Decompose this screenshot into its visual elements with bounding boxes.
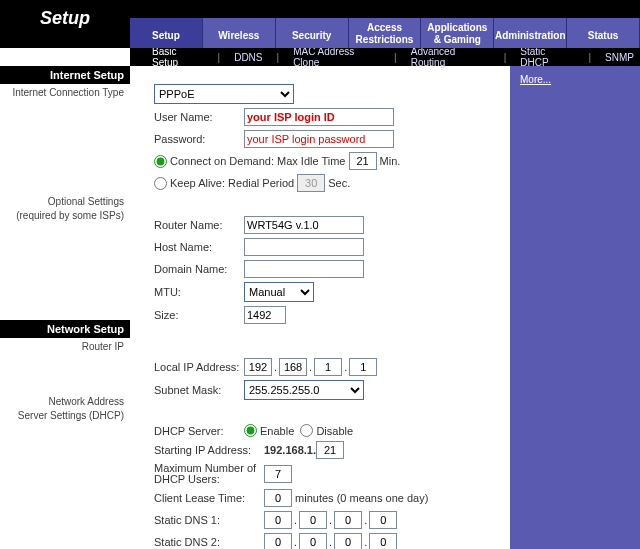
section-network-setup: Network Setup bbox=[0, 320, 130, 338]
cod-label: Connect on Demand: Max Idle Time bbox=[170, 155, 345, 167]
connection-type-select[interactable]: PPPoE bbox=[154, 84, 294, 104]
dns1-d[interactable] bbox=[369, 511, 397, 529]
more-link[interactable]: More... bbox=[520, 74, 551, 85]
page-title-logo: Setup bbox=[40, 8, 90, 29]
ka-value-input bbox=[297, 174, 325, 192]
ip2-input[interactable] bbox=[279, 358, 307, 376]
router-name-input[interactable] bbox=[244, 216, 364, 234]
dns1-label: Static DNS 1: bbox=[154, 514, 264, 526]
dns2-a[interactable] bbox=[264, 533, 292, 549]
username-input[interactable] bbox=[244, 108, 394, 126]
local-ip-label: Local IP Address: bbox=[154, 361, 244, 373]
tab-wireless[interactable]: Wireless bbox=[203, 18, 276, 48]
tab-setup[interactable]: Setup bbox=[130, 18, 203, 48]
mtu-label: MTU: bbox=[154, 286, 244, 298]
dhcp-server-label: DHCP Server: bbox=[154, 425, 244, 437]
start-ip-prefix: 192.168.1. bbox=[264, 444, 316, 456]
password-input[interactable] bbox=[244, 130, 394, 148]
domain-name-label: Domain Name: bbox=[154, 263, 244, 275]
lease-input[interactable] bbox=[264, 489, 292, 507]
dns1-c[interactable] bbox=[334, 511, 362, 529]
dns2-label: Static DNS 2: bbox=[154, 536, 264, 548]
tab-access[interactable]: AccessRestrictions bbox=[349, 18, 422, 48]
dhcp-enable-radio[interactable] bbox=[244, 424, 257, 437]
tab-security[interactable]: Security bbox=[276, 18, 349, 48]
mtu-select[interactable]: Manual bbox=[244, 282, 314, 302]
tab-status[interactable]: Status bbox=[567, 18, 640, 48]
label-optional: Optional Settings bbox=[0, 193, 130, 210]
sub-nav: Basic Setup| DDNS| MAC Address Clone| Ad… bbox=[130, 48, 640, 66]
ip4-input[interactable] bbox=[349, 358, 377, 376]
subnav-ddns[interactable]: DDNS bbox=[228, 52, 268, 63]
ka-unit: Sec. bbox=[328, 177, 350, 189]
ip3-input[interactable] bbox=[314, 358, 342, 376]
tab-apps[interactable]: Applications& Gaming bbox=[421, 18, 494, 48]
ip1-input[interactable] bbox=[244, 358, 272, 376]
dhcp-disable-radio[interactable] bbox=[300, 424, 313, 437]
router-name-label: Router Name: bbox=[154, 219, 244, 231]
cod-value-input[interactable] bbox=[349, 152, 377, 170]
start-ip-label: Starting IP Address: bbox=[154, 444, 264, 456]
ka-label: Keep Alive: Redial Period bbox=[170, 177, 294, 189]
connect-on-demand-radio[interactable] bbox=[154, 155, 167, 168]
dns2-c[interactable] bbox=[334, 533, 362, 549]
subnet-label: Subnet Mask: bbox=[154, 384, 244, 396]
tab-admin[interactable]: Administration bbox=[494, 18, 567, 48]
start-ip-input[interactable] bbox=[316, 441, 344, 459]
dns1-b[interactable] bbox=[299, 511, 327, 529]
size-input[interactable] bbox=[244, 306, 286, 324]
subnav-snmp[interactable]: SNMP bbox=[599, 52, 640, 63]
lease-label: Client Lease Time: bbox=[154, 492, 264, 504]
dhcp-enable-label: Enable bbox=[260, 425, 294, 437]
label-optional2: (required by some ISPs) bbox=[0, 210, 130, 224]
section-internet-setup: Internet Setup bbox=[0, 66, 130, 84]
dns2-d[interactable] bbox=[369, 533, 397, 549]
size-label: Size: bbox=[154, 309, 244, 321]
dns2-b[interactable] bbox=[299, 533, 327, 549]
label-nas2: Server Settings (DHCP) bbox=[0, 410, 130, 424]
subnet-select[interactable]: 255.255.255.0 bbox=[244, 380, 364, 400]
host-name-input[interactable] bbox=[244, 238, 364, 256]
host-name-label: Host Name: bbox=[154, 241, 244, 253]
max-users-input[interactable] bbox=[264, 465, 292, 483]
lease-note: minutes (0 means one day) bbox=[295, 492, 428, 504]
dns1-a[interactable] bbox=[264, 511, 292, 529]
password-label: Password: bbox=[154, 133, 244, 145]
label-conn-type: Internet Connection Type bbox=[0, 84, 130, 101]
cod-unit: Min. bbox=[380, 155, 401, 167]
label-router-ip: Router IP bbox=[0, 338, 130, 355]
dhcp-disable-label: Disable bbox=[316, 425, 353, 437]
max-users-label: Maximum Number of DHCP Users: bbox=[154, 463, 264, 485]
subnav-advrouting[interactable]: Advanced Routing bbox=[405, 46, 496, 68]
username-label: User Name: bbox=[154, 111, 244, 123]
label-nas1: Network Address bbox=[0, 393, 130, 410]
keep-alive-radio[interactable] bbox=[154, 177, 167, 190]
domain-name-input[interactable] bbox=[244, 260, 364, 278]
main-nav: Setup Wireless Security AccessRestrictio… bbox=[130, 18, 640, 48]
